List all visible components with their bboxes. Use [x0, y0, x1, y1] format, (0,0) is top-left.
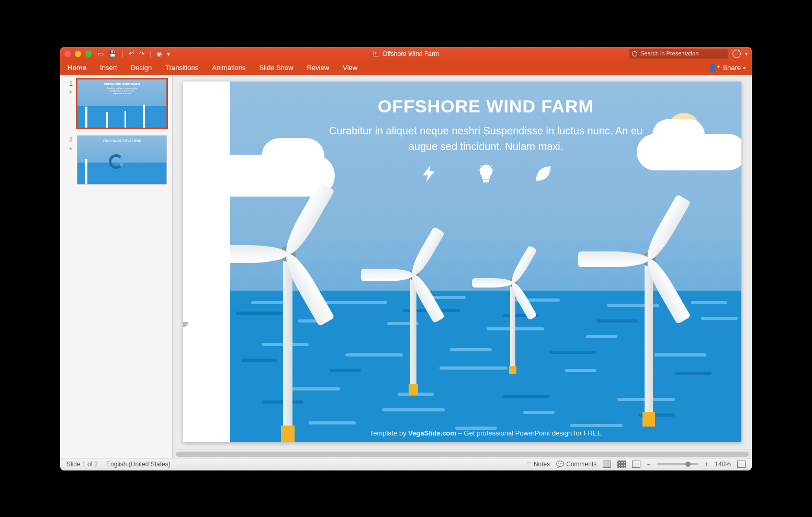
slide-indicator[interactable]: Slide 1 of 2 [66, 461, 98, 468]
slide-footer[interactable]: Template by VegaSlide.com – Get professi… [230, 429, 741, 437]
titlebar-menu-icon[interactable]: ▾ [745, 51, 748, 56]
app-window: ▭ 💾 | ↶ ↷ | ◉ ▾ Offshore Wind Farm Searc… [60, 47, 752, 470]
slide-panel[interactable]: 1★ OFFSHORE WIND FARM Curabitur in aliqu… [60, 75, 173, 458]
fit-to-window-icon[interactable] [737, 461, 746, 468]
minimize-icon[interactable] [75, 51, 81, 57]
tab-view[interactable]: View [342, 62, 358, 74]
slide-title[interactable]: OFFSHORE WIND FARM [230, 96, 741, 117]
slide[interactable]: OFFSHORE WIND FARM Curabitur in aliquet … [183, 82, 741, 442]
zoom-handle[interactable] [685, 462, 691, 467]
share-button[interactable]: 👤⁺ Share ▾ [708, 64, 746, 72]
toolbar-view-icon[interactable]: ▭ [98, 50, 104, 58]
sorter-view-icon[interactable] [617, 461, 626, 468]
slide-thumb-1[interactable]: 1★ OFFSHORE WIND FARM Curabitur in aliqu… [65, 79, 167, 128]
slide-subtitle[interactable]: Curabitur in aliquet neque neshri Suspen… [230, 123, 741, 154]
animation-star-icon: ★ [65, 146, 73, 151]
save-icon[interactable]: 💾 [109, 50, 117, 58]
bolt-icon[interactable] [420, 164, 439, 183]
zoom-level[interactable]: 140% [715, 461, 731, 468]
powerpoint-icon [373, 51, 379, 57]
tab-transitions[interactable]: Transitions [164, 62, 199, 74]
zoom-in-button[interactable]: + [705, 461, 708, 468]
window-controls [64, 51, 92, 57]
close-icon[interactable] [64, 51, 71, 57]
quick-access-toolbar: ▭ 💾 | ↶ ↷ | ◉ ▾ [98, 50, 170, 58]
undo-icon[interactable]: ↶ [129, 50, 134, 58]
notes-icon: ≣ [526, 461, 532, 468]
icon-row [230, 164, 741, 183]
notes-button[interactable]: ≣Notes [526, 461, 550, 468]
ribbon: Home Insert Design Transitions Animation… [60, 61, 752, 75]
thumb-number: 2 [69, 136, 73, 144]
scroll-thumb[interactable] [176, 452, 749, 457]
sea-background [230, 291, 741, 442]
slide-thumb-2[interactable]: 2★ YOUR SLIDE TITLE HERE [65, 135, 167, 185]
tab-review[interactable]: Review [306, 62, 331, 74]
search-input[interactable]: Search in Presentation [629, 49, 728, 59]
start-show-icon[interactable]: ◉ [156, 50, 162, 58]
titlebar: ▭ 💾 | ↶ ↷ | ◉ ▾ Offshore Wind Farm Searc… [60, 47, 752, 61]
thumb-number: 1 [69, 80, 73, 87]
tab-design[interactable]: Design [130, 62, 153, 74]
zoom-out-button[interactable]: − [647, 461, 650, 468]
editor-body: 1★ OFFSHORE WIND FARM Curabitur in aliqu… [60, 75, 752, 458]
horizontal-scrollbar[interactable] [173, 450, 752, 458]
share-icon: 👤⁺ [708, 64, 720, 72]
window-title: Offshore Wind Farm [373, 50, 439, 58]
language-indicator[interactable]: English (United States) [106, 461, 171, 468]
tab-insert[interactable]: Insert [99, 62, 118, 74]
document-title: Offshore Wind Farm [382, 50, 439, 58]
reading-view-icon[interactable] [632, 461, 640, 468]
zoom-slider[interactable] [657, 463, 698, 465]
chevron-down-icon: ▾ [743, 65, 746, 71]
customize-qat-icon[interactable]: ▾ [167, 50, 170, 58]
tab-slide-show[interactable]: Slide Show [258, 62, 295, 74]
tab-home[interactable]: Home [66, 62, 87, 74]
leaf-icon[interactable] [533, 164, 552, 183]
status-bar: Slide 1 of 2 English (United States) ≣No… [60, 458, 752, 470]
tab-animations[interactable]: Animations [211, 62, 246, 74]
boat-decoration [183, 312, 199, 327]
comments-icon: 💬 [556, 461, 564, 468]
thumb-preview[interactable]: YOUR SLIDE TITLE HERE [77, 135, 167, 185]
comments-button[interactable]: 💬Comments [556, 461, 596, 468]
bulb-icon[interactable] [476, 164, 496, 183]
animation-star-icon: ★ [65, 89, 73, 95]
editor-area: OFFSHORE WIND FARM Curabitur in aliquet … [173, 75, 752, 458]
redo-icon[interactable]: ↷ [139, 50, 144, 58]
thumb-preview[interactable]: OFFSHORE WIND FARM Curabitur in aliquet … [77, 79, 167, 128]
slide-canvas[interactable]: OFFSHORE WIND FARM Curabitur in aliquet … [173, 75, 752, 450]
zoom-icon[interactable] [85, 51, 92, 57]
feedback-icon[interactable] [732, 50, 741, 58]
normal-view-icon[interactable] [603, 461, 611, 468]
